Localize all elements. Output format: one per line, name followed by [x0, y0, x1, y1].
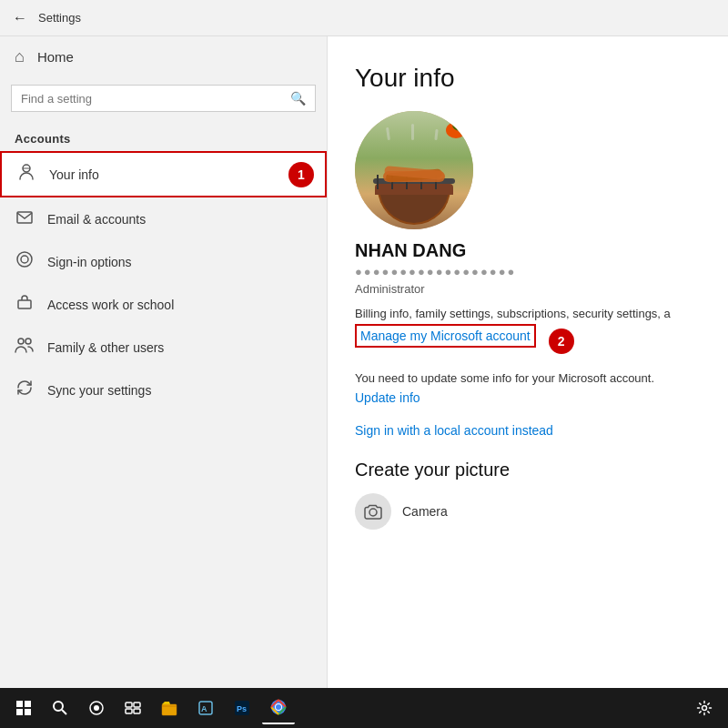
- camera-label: Camera: [402, 504, 448, 519]
- svg-rect-5: [18, 300, 31, 308]
- sidebar-item-your-info-label: Your info: [49, 167, 99, 182]
- work-icon: [15, 293, 35, 316]
- sidebar-item-work-label: Access work or school: [47, 298, 174, 312]
- sidebar-section-title: Accounts: [0, 119, 327, 151]
- family-icon: [15, 336, 35, 359]
- email-icon: [15, 207, 35, 230]
- svg-rect-11: [16, 709, 23, 715]
- svg-rect-17: [126, 703, 132, 707]
- back-button[interactable]: ←: [11, 9, 29, 27]
- svg-point-29: [703, 706, 707, 711]
- user-role: Administrator: [355, 282, 701, 296]
- signin-icon: [15, 250, 35, 273]
- step-1-badge: 1: [288, 162, 314, 187]
- sidebar-item-work[interactable]: Access work or school: [0, 283, 327, 326]
- sidebar-item-family-label: Family & other users: [47, 340, 164, 355]
- svg-point-7: [25, 339, 31, 344]
- manage-microsoft-account-link[interactable]: Manage my Microsoft account: [360, 329, 531, 343]
- svg-point-8: [369, 509, 377, 516]
- camera-option[interactable]: Camera: [355, 493, 701, 530]
- sidebar-item-family[interactable]: Family & other users: [0, 326, 327, 369]
- title-bar: ← Settings: [0, 0, 728, 36]
- sidebar-item-home[interactable]: ⌂ Home: [0, 36, 327, 77]
- svg-rect-20: [134, 709, 140, 713]
- update-info-link[interactable]: Update info: [355, 390, 701, 405]
- taskbar-ai[interactable]: A: [189, 692, 222, 724]
- svg-rect-18: [134, 703, 140, 707]
- svg-point-3: [21, 256, 28, 263]
- svg-rect-9: [16, 701, 23, 707]
- svg-rect-10: [25, 701, 31, 707]
- search-box: 🔍: [11, 85, 316, 112]
- sidebar-item-sync-label: Sync your settings: [47, 383, 151, 398]
- taskbar-start[interactable]: [7, 692, 40, 724]
- main-layout: ⌂ Home 🔍 Accounts Your info 1: [0, 36, 728, 688]
- svg-point-16: [94, 705, 99, 711]
- user-name: NHAN DANG: [355, 240, 701, 261]
- sync-icon: [15, 379, 35, 401]
- sidebar-item-email[interactable]: Email & accounts: [0, 197, 327, 240]
- your-info-icon: [16, 163, 36, 186]
- taskbar-taskview[interactable]: [116, 692, 149, 724]
- svg-rect-19: [126, 709, 132, 713]
- sidebar-home-label: Home: [37, 49, 74, 65]
- svg-rect-2: [17, 212, 32, 223]
- manage-link-wrapper: Manage my Microsoft account: [355, 324, 536, 348]
- taskbar: A Ps: [0, 688, 728, 728]
- svg-rect-12: [25, 709, 31, 715]
- svg-point-28: [276, 704, 281, 710]
- sidebar: ⌂ Home 🔍 Accounts Your info 1: [0, 36, 328, 688]
- local-account-link[interactable]: Sign in with a local account instead: [355, 423, 701, 438]
- search-icon: 🔍: [290, 91, 306, 106]
- content-area: Your info: [328, 36, 728, 688]
- sidebar-item-sync[interactable]: Sync your settings: [0, 369, 327, 411]
- sidebar-item-signin-label: Sign-in options: [47, 255, 132, 269]
- billing-text: Billing info, family settings, subscript…: [355, 307, 701, 320]
- create-picture-title: Create your picture: [355, 460, 701, 480]
- sidebar-item-signin[interactable]: Sign-in options: [0, 240, 327, 283]
- step-2-badge: 2: [549, 329, 574, 354]
- update-notice: You need to update some info for your Mi…: [355, 371, 701, 385]
- svg-point-6: [18, 339, 24, 344]
- page-title: Your info: [355, 64, 701, 93]
- svg-point-13: [54, 702, 63, 711]
- svg-point-4: [17, 252, 32, 267]
- profile-picture: [355, 111, 473, 229]
- svg-text:Ps: Ps: [237, 704, 247, 713]
- svg-line-14: [62, 710, 66, 714]
- taskbar-cortana[interactable]: [80, 692, 113, 724]
- window-title: Settings: [38, 11, 81, 25]
- taskbar-photoshop[interactable]: Ps: [226, 692, 258, 724]
- camera-icon: [355, 493, 391, 530]
- taskbar-settings[interactable]: [688, 692, 721, 724]
- home-icon: ⌂: [15, 47, 25, 66]
- taskbar-search[interactable]: [44, 692, 76, 724]
- search-input[interactable]: [21, 92, 283, 106]
- sidebar-item-your-info[interactable]: Your info 1: [0, 151, 327, 197]
- taskbar-explorer[interactable]: [153, 692, 186, 724]
- sidebar-item-email-label: Email & accounts: [47, 212, 146, 227]
- taskbar-chrome[interactable]: [262, 692, 295, 724]
- svg-text:A: A: [201, 704, 207, 713]
- user-email: ●●●●●●●●●●●●●●●●●●: [355, 265, 701, 278]
